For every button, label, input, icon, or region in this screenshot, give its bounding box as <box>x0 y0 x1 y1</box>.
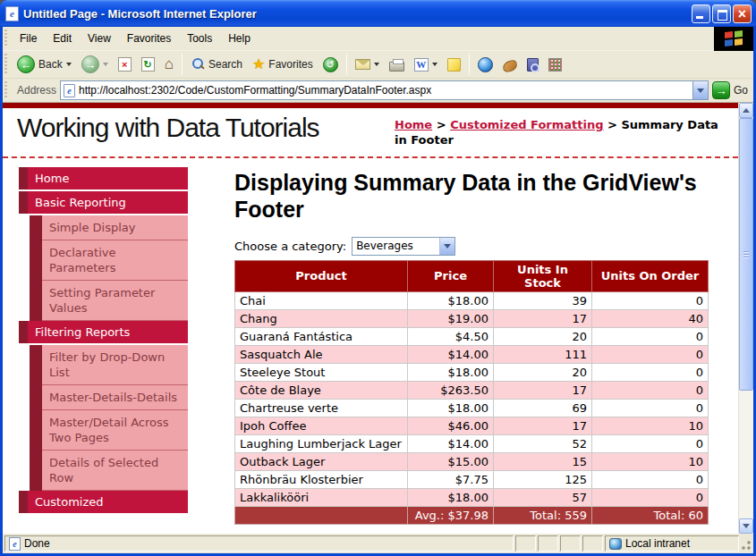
scrollbar-track[interactable] <box>739 118 753 518</box>
mail-button[interactable] <box>351 57 384 72</box>
mail-dropdown-icon[interactable] <box>374 63 379 66</box>
main-content: Displaying Summary Data in the GridView'… <box>234 169 708 525</box>
sidebar-item-master-detail-across-two-pages[interactable]: Master/Detail Across Two Pages <box>19 410 188 451</box>
sidebar-item-master-details-details[interactable]: Master-Details-Details <box>19 385 188 410</box>
grid-cell: 125 <box>494 470 592 488</box>
sidebar-strip <box>30 240 42 281</box>
print-button[interactable] <box>385 56 409 73</box>
browser-window: e Untitled Page - Microsoft Internet Exp… <box>0 0 756 556</box>
grid-cell: 20 <box>494 363 592 381</box>
scroll-down-button[interactable] <box>739 518 753 534</box>
title-bar[interactable]: e Untitled Page - Microsoft Internet Exp… <box>0 0 756 27</box>
sidebar-item-simple-display[interactable]: Simple Display <box>19 215 188 240</box>
maximize-button[interactable] <box>712 4 731 23</box>
refresh-button[interactable]: ↻ <box>137 55 159 73</box>
grid-col-product: Product <box>235 260 408 291</box>
grid-row: Guaraná Fantástica$4.50200 <box>235 327 709 345</box>
sidebar-item-filter-by-drop-down-list[interactable]: Filter by Drop-Down List <box>19 345 188 385</box>
resize-grip[interactable] <box>741 536 752 551</box>
menu-tools[interactable]: Tools <box>179 29 220 48</box>
page-icon: e <box>64 84 75 97</box>
menu-edit[interactable]: Edit <box>45 29 80 48</box>
stop-button[interactable]: × <box>114 55 136 73</box>
sidebar-item-details-of-selected-row[interactable]: Details of Selected Row <box>19 451 188 491</box>
sidebar-item-home[interactable]: Home <box>19 167 188 191</box>
favorites-button[interactable]: ★ Favorites <box>248 55 318 73</box>
sidebar-item-label: Customized <box>28 491 188 513</box>
globe-icon <box>478 57 493 72</box>
sidebar-item-label: Details of Selected Row <box>42 451 188 491</box>
home-button[interactable]: ⌂ <box>160 55 178 73</box>
sidebar-strip <box>30 281 42 321</box>
sidebar-item-label: Basic Reporting <box>28 191 188 214</box>
sidebar-tab <box>19 491 28 513</box>
grid-cell: 0 <box>592 363 709 381</box>
sidebar-strip <box>30 410 42 451</box>
back-dropdown-icon[interactable] <box>66 63 72 66</box>
status-pane <box>515 535 536 552</box>
vertical-scrollbar[interactable] <box>738 103 753 534</box>
messenger-note-button[interactable] <box>443 56 465 73</box>
word-dropdown-icon[interactable] <box>432 63 437 66</box>
edit-with-word-button[interactable]: W <box>410 56 442 73</box>
toolbar-grip[interactable] <box>4 81 9 100</box>
toolbar-grip[interactable] <box>4 54 9 75</box>
history-button[interactable]: ↺ <box>319 55 343 74</box>
toolbar-grip[interactable] <box>4 29 9 48</box>
category-label: Choose a category: <box>234 240 346 253</box>
category-select[interactable]: Beverages <box>352 237 455 256</box>
breadcrumb-home[interactable]: Home <box>395 118 432 131</box>
grid-cell: 17 <box>494 309 592 327</box>
address-url[interactable]: http://localhost:2302/Code/CustomFormatt… <box>79 84 689 97</box>
page-body: HomeBasic ReportingSimple DisplayDeclara… <box>3 158 738 525</box>
msn-button[interactable] <box>473 55 497 74</box>
category-select-value: Beverages <box>353 240 439 252</box>
sidebar-item-setting-parameter-values[interactable]: Setting Parameter Values <box>19 281 188 321</box>
sidebar-indent <box>19 281 30 321</box>
messenger-button[interactable] <box>544 56 566 73</box>
breadcrumb-customized-formatting[interactable]: Customized Formatting <box>450 118 603 131</box>
grid-cell: 40 <box>592 309 709 327</box>
sidebar-item-basic-reporting[interactable]: Basic Reporting <box>19 191 188 215</box>
minimize-button[interactable] <box>692 4 710 23</box>
sidebar-item-filtering-reports[interactable]: Filtering Reports <box>19 321 188 345</box>
sidebar-indent <box>19 385 30 410</box>
menu-help[interactable]: Help <box>220 29 259 48</box>
search-button[interactable]: Search <box>186 55 247 73</box>
menu-view[interactable]: View <box>80 29 119 48</box>
breadcrumb: Home > Customized Formatting > Summary D… <box>395 113 724 148</box>
forward-button[interactable]: → <box>77 54 113 75</box>
grid-cell: Sasquatch Ale <box>235 345 408 363</box>
sidebar-item-declarative-parameters[interactable]: Declarative Parameters <box>19 240 188 281</box>
chevron-down-icon <box>439 238 454 255</box>
menu-favorites[interactable]: Favorites <box>119 29 179 48</box>
grid-cell: Guaraná Fantástica <box>235 327 408 345</box>
grid-row: Sasquatch Ale$14.001110 <box>235 345 709 363</box>
address-dropdown-button[interactable] <box>692 81 708 99</box>
go-button[interactable]: → Go <box>712 81 753 99</box>
toolbar-separator <box>182 54 183 75</box>
ie-page-icon: e <box>5 6 19 21</box>
close-button[interactable] <box>733 4 752 23</box>
dictionary-button[interactable] <box>522 56 543 73</box>
grid-row: Outback Lager$15.001510 <box>235 452 709 470</box>
address-input[interactable]: e http://localhost:2302/Code/CustomForma… <box>60 80 709 100</box>
address-bar: Address e http://localhost:2302/Code/Cus… <box>3 79 753 103</box>
grid-cell: 0 <box>592 470 709 488</box>
grid-cell: 0 <box>592 434 709 452</box>
grid-cell: 0 <box>592 327 709 345</box>
breadcrumb-separator: > <box>432 118 450 131</box>
grid-cell: $18.00 <box>408 488 494 506</box>
scroll-up-button[interactable] <box>739 103 753 118</box>
grid-cell: 17 <box>494 381 592 399</box>
research-button[interactable] <box>498 56 522 73</box>
sidebar-item-label: Declarative Parameters <box>42 240 188 281</box>
menu-file[interactable]: File <box>12 29 45 48</box>
sidebar-tab <box>19 191 28 214</box>
back-button[interactable]: ← Back <box>13 54 76 75</box>
ie-page-icon: e <box>9 537 21 551</box>
sidebar-item-customized[interactable]: Customized <box>19 491 188 515</box>
grid-footer-cell: Avg.: $37.98 <box>408 506 494 524</box>
scrollbar-thumb[interactable] <box>739 118 753 391</box>
web-page: Working with Data Tutorials Home > Custo… <box>3 103 738 534</box>
